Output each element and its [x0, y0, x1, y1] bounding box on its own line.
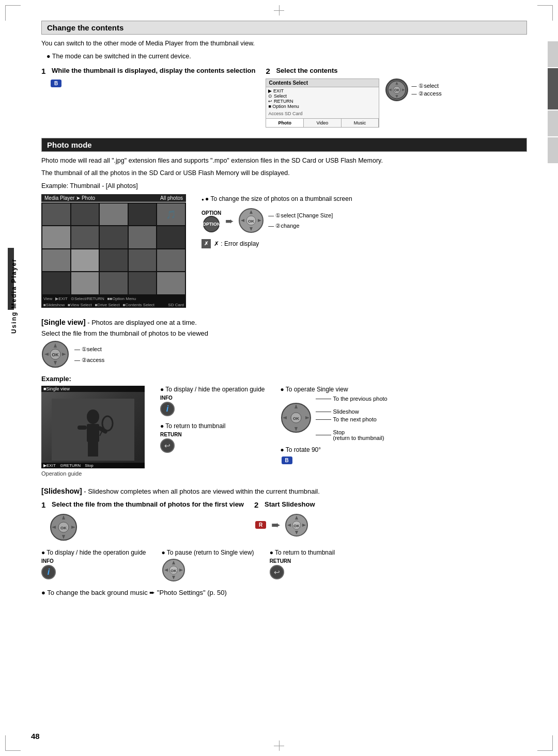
cs-tab-video[interactable]: Video [304, 119, 342, 127]
ss-pause: ● To pause (return to Single view) OK [162, 549, 254, 584]
svg-text:OK: OK [171, 569, 177, 573]
nav-bracket-labels: To the previous photo Slideshow To the n… [316, 396, 388, 441]
cs-header: Contents Select [266, 79, 379, 87]
section-slideshow: [Slideshow] - Slideshow completes when a… [41, 487, 527, 596]
ss-return-label: RETURN [270, 558, 335, 564]
slideshow-steps: 1 Select the file from the thumbnail of … [41, 500, 527, 543]
info-return-guide: ● To display / hide the operation guide … [160, 386, 265, 477]
ss-info-btn[interactable]: i [41, 565, 56, 579]
btn-r-start[interactable]: R [255, 521, 266, 529]
thumb-7 [71, 226, 99, 248]
error-icon: ✗ [202, 239, 211, 248]
nav-ok-area: OK [238, 208, 264, 235]
ss-pause-text: ● To pause (return to Single view) [162, 549, 254, 556]
thumb-12 [71, 249, 99, 272]
change-size-area: ● To change the size of photos on a thum… [202, 194, 527, 308]
ss-return: ● To return to thumbnail RETURN ↩ [270, 549, 335, 579]
option-area: OPTION OPTION [202, 210, 221, 232]
section-header-change-contents: Change the contents [41, 21, 527, 35]
thumb-4 [129, 203, 157, 226]
photo-desc2: The thumbnail of all the photos in the S… [41, 168, 527, 178]
cs-tabs: Photo Video Music [266, 118, 379, 127]
thumb-9 [129, 226, 157, 248]
thumb-18 [100, 272, 128, 294]
thumb-15 [157, 249, 185, 272]
svg-point-22 [87, 410, 99, 424]
sv-footer: ▶EXIT ⊙RETURN Stop [41, 463, 145, 468]
single-view-select-desc: Select the file from the thumbnail of ph… [41, 329, 527, 337]
thumb-13 [100, 249, 128, 272]
svg-text:OK: OK [248, 219, 254, 224]
operate-sv-area: ● To operate Single view OK [281, 386, 388, 477]
section-bullet-1: ● The mode can be switched in the curren… [47, 52, 527, 61]
page-container: Change the contents You can switch to th… [0, 0, 558, 756]
select-access-labels: — ①select — ②access [411, 83, 441, 97]
photo-desc1: Photo mode will read all ".jpg" extensio… [41, 156, 527, 166]
photo-mode-layout: Media Player ➤ Photo All photos 🎵 [41, 194, 527, 308]
page-number: 48 [31, 732, 40, 741]
ss-display-hide: ● To display / hide the operation guide … [41, 549, 146, 579]
ss-info-label: INFO [41, 558, 146, 564]
step2-block: 2 Select the contents Contents Select ▶ … [266, 67, 527, 128]
section-title-photo: Photo mode [47, 140, 92, 149]
ss-step1: 1 Select the file from the thumbnail of … [41, 500, 244, 543]
contents-select-ui: Contents Select ▶ EXIT ⊙ Select ↩ RETURN… [266, 78, 379, 128]
option-btn[interactable]: OPTION [203, 216, 220, 232]
info-btn[interactable]: i [160, 402, 175, 416]
thumb-10 [157, 226, 185, 248]
example-label: Example: [41, 375, 527, 383]
operate-sv-title: ● To operate Single view [281, 386, 388, 393]
svg-rect-27 [93, 442, 98, 456]
slideshow-desc: - Slideshow completes when all photos ar… [84, 487, 320, 495]
nav-circle-select-access[interactable]: OK [385, 78, 408, 101]
thumb-16 [42, 272, 70, 294]
thumb-19 [129, 272, 157, 294]
section-single-view: [Single view] - Photos are displayed one… [41, 318, 527, 477]
thumb-3 [100, 203, 128, 226]
return-btn[interactable]: ↩ [160, 438, 175, 453]
slideshow-title: [Slideshow] [41, 487, 82, 495]
nav-pad-ss1[interactable]: OK [50, 513, 78, 541]
thumb-6 [42, 226, 70, 248]
ss-return-text: ● To return to thumbnail [270, 549, 335, 556]
thumb-5: 🎵 [157, 203, 185, 226]
thumb-8 [100, 226, 128, 248]
return-thumbnail-text: ● To return to thumbnail [160, 422, 265, 430]
mp-footer2: ■Slideshow ■View Select ■Drive Select ■C… [41, 302, 186, 308]
thumb-14 [129, 249, 157, 272]
thumb-20 [157, 272, 185, 294]
sv-select-access: — ①select — ②access [74, 344, 104, 366]
cs-tab-photo[interactable]: Photo [266, 119, 304, 127]
ss-bullets-row: ● To display / hide the operation guide … [41, 549, 527, 584]
svg-rect-24 [78, 426, 87, 430]
ok-btn-ss[interactable]: OK [285, 513, 308, 537]
svg-text:OK: OK [394, 88, 399, 92]
rotate-text: ● To rotate 90° [281, 446, 388, 453]
svg-text:OK: OK [52, 352, 59, 357]
cs-tab-music[interactable]: Music [342, 119, 379, 127]
svg-rect-23 [87, 424, 99, 442]
nav-pad-sv[interactable]: OK [41, 340, 69, 370]
nav-pad-operate[interactable]: OK [281, 397, 312, 440]
ss-pause-btn[interactable]: OK [162, 558, 254, 584]
change-music-row: ● To change the back ground music ➨ "Pho… [41, 589, 527, 596]
info-label: INFO [160, 395, 173, 401]
svg-text:OK: OK [60, 526, 67, 530]
btn-b-rotate[interactable]: B [282, 456, 292, 464]
section-photo-mode: Photo mode Photo mode will read all ".jp… [41, 138, 527, 308]
ss-display-hide-text: ● To display / hide the operation guide [41, 549, 146, 556]
display-hide-text: ● To display / hide the operation guide [160, 386, 265, 393]
thumb-11 [42, 249, 70, 272]
svg-text:OK: OK [293, 416, 299, 421]
thumbnail-grid: 🎵 [41, 202, 186, 295]
ss-return-btn[interactable]: ↩ [270, 565, 284, 579]
single-view-img: ■Single view [41, 386, 145, 468]
cs-access-row: Access SD Card [266, 110, 379, 117]
return-label: RETURN [160, 432, 265, 437]
change-size-bullet: ● To change the size of photos on a thum… [202, 194, 527, 203]
operation-guide-label: Operation guide [41, 470, 145, 477]
step1-block: 1 While the thumbnail is displayed, disp… [41, 67, 255, 88]
single-view-img-area: ■Single view [41, 386, 145, 477]
thumb-17 [71, 272, 99, 294]
btn-b-step1[interactable]: B [51, 80, 61, 87]
